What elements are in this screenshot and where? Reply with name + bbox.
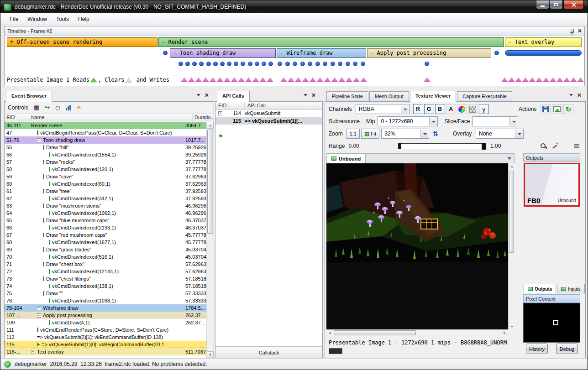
write-marker-icon[interactable] xyxy=(295,77,302,82)
save-texture-button[interactable] xyxy=(541,104,551,114)
scrollbar-thumb[interactable] xyxy=(334,330,416,335)
column-name[interactable]: Name xyxy=(29,114,193,121)
event-row[interactable]: 59Draw "cave"37.62963 xyxy=(5,173,206,180)
write-marker-icon[interactable] xyxy=(195,77,202,82)
event-row[interactable]: 113=> vkQueueSubmit(2)[1]: vkEndCommandB… xyxy=(5,334,206,341)
write-marker-icon[interactable] xyxy=(302,77,309,82)
timeline-bar-post-process[interactable]: - Apply post processing xyxy=(367,48,491,58)
write-marker-icon[interactable] xyxy=(529,77,536,82)
event-row[interactable]: 66vkCmdDrawIndexed(2193,1)46.37037 xyxy=(5,224,206,231)
draw-event-dot[interactable] xyxy=(361,62,365,66)
zoom-level-select[interactable]: 32% xyxy=(381,129,429,139)
collapse-icon[interactable]: - xyxy=(37,138,41,142)
write-marker-icon[interactable] xyxy=(515,77,522,82)
texture-display[interactable]: ▲ ▼ ◄ ► xyxy=(326,163,514,336)
tab-pipeline-state[interactable]: Pipeline State xyxy=(326,91,368,102)
panel-menu-icon[interactable] xyxy=(569,94,573,96)
jump-to-eid-icon[interactable]: ↪ xyxy=(45,104,50,110)
texture-tab-unbound[interactable]: Unbound xyxy=(327,154,366,163)
write-marker-icon[interactable] xyxy=(508,77,515,82)
draw-event-dot[interactable] xyxy=(199,62,204,66)
title-bar[interactable]: debugmarker.rdc - RenderDoc Unofficial r… xyxy=(0,0,588,13)
write-marker-icon[interactable] xyxy=(317,77,324,82)
event-row[interactable]: 60vkCmdDrawIndexed(60,1)37.62963 xyxy=(5,180,206,188)
draw-event-dot[interactable] xyxy=(255,62,259,66)
scrollbar-thumb[interactable] xyxy=(509,171,514,253)
event-row[interactable]: 69Draw "grass blades"45.03704 xyxy=(5,246,206,253)
close-panel-icon[interactable] xyxy=(577,93,581,97)
draw-event-dot[interactable] xyxy=(227,62,231,66)
write-marker-icon[interactable] xyxy=(501,77,508,82)
draw-event-dot[interactable] xyxy=(346,62,350,66)
texture-horizontal-scrollbar[interactable]: ◄ ► xyxy=(326,329,508,336)
autofit-wand-icon[interactable] xyxy=(551,142,559,150)
tab-capture-executable[interactable]: Capture Executable xyxy=(457,91,512,102)
write-marker-icon[interactable] xyxy=(543,77,550,82)
color-wheel-button[interactable] xyxy=(457,104,467,114)
write-marker-icon[interactable] xyxy=(259,77,266,82)
event-row[interactable]: 71Draw "chest box"57.62963 xyxy=(5,261,206,268)
write-marker-icon[interactable] xyxy=(338,77,345,82)
timeline-bar-render-scene[interactable]: - Render scene xyxy=(158,37,504,47)
write-marker-icon[interactable] xyxy=(522,77,529,82)
event-row[interactable]: 73Draw "chest fittings"57.18518 xyxy=(5,275,206,282)
write-marker-icon[interactable] xyxy=(360,77,367,82)
columns-icon[interactable]: ▦ xyxy=(34,104,39,110)
event-row[interactable]: 78-104+Wireframe draw1784.5... xyxy=(5,304,206,312)
scrollbar-thumb[interactable] xyxy=(207,130,213,234)
panel-menu-icon[interactable] xyxy=(304,94,307,96)
range-handle-white[interactable] xyxy=(482,143,486,150)
event-row[interactable]: 51-76-Toon shading draw1017.7... xyxy=(5,136,206,144)
channel-a-button[interactable]: A xyxy=(446,104,456,114)
framebuffer-thumbnail[interactable]: FB0 Unbound xyxy=(524,163,580,207)
write-marker-icon[interactable] xyxy=(238,77,245,82)
event-row[interactable]: 75Draw ""57.33333 xyxy=(5,290,206,297)
close-panel-icon[interactable] xyxy=(205,93,209,97)
event-row[interactable]: 107-...-Apply post processing262.37... xyxy=(5,312,206,319)
close-panel-icon[interactable] xyxy=(311,93,315,97)
expand-icon[interactable]: + xyxy=(218,111,222,115)
draw-event-dot[interactable] xyxy=(262,62,266,66)
tab-inputs[interactable]: Inputs xyxy=(557,284,584,293)
event-row[interactable]: 58vkCmdDrawIndexed(120,1)37.77778 xyxy=(5,166,206,173)
event-row[interactable]: 68vkCmdDrawIndexed(1677,1)45.77778 xyxy=(5,239,206,246)
expand-icon[interactable]: + xyxy=(37,306,41,310)
event-row[interactable]: 116-...+Text overlay511.7037 xyxy=(5,348,206,355)
draw-event-dot[interactable] xyxy=(353,62,357,66)
draw-event-dot[interactable] xyxy=(285,62,290,66)
write-marker-icon[interactable] xyxy=(556,77,563,82)
write-marker-icon[interactable] xyxy=(577,77,584,82)
slice-face-select[interactable] xyxy=(472,116,518,126)
write-marker-icon[interactable] xyxy=(324,77,331,82)
zoom-1to1-button[interactable]: 1:1 xyxy=(346,129,360,139)
scroll-up-icon[interactable]: ▲ xyxy=(207,122,214,129)
tab-texture-viewer[interactable]: Texture Viewer xyxy=(410,91,456,102)
channel-r-button[interactable]: R xyxy=(413,104,423,114)
event-row[interactable]: 115=> vkQueueSubmit(1)[0]: vkBeginComman… xyxy=(5,341,206,348)
draw-event-dot[interactable] xyxy=(293,62,297,66)
tab-event-browser[interactable]: Event Browser xyxy=(6,91,52,102)
event-row[interactable]: 47vkCmdBeginRenderPass(C=Clear, D=Clear,… xyxy=(5,129,206,136)
bookmark-icon[interactable]: ✳ xyxy=(76,104,81,110)
timeline-bar-offscreen[interactable]: + Off-screen scene rendering xyxy=(7,37,158,47)
menu-window[interactable]: Window xyxy=(23,14,52,24)
range-slider[interactable] xyxy=(398,143,486,149)
draw-event-dot[interactable] xyxy=(241,62,245,66)
draw-event-dot[interactable] xyxy=(425,62,429,66)
column-duration[interactable]: Duratio... xyxy=(193,114,214,121)
column-api-call[interactable]: API Call xyxy=(245,102,322,109)
draw-event-dot[interactable] xyxy=(192,62,197,66)
gamma-button[interactable]: γ xyxy=(479,104,489,114)
history-button[interactable]: History xyxy=(526,344,548,354)
event-row[interactable]: 74vkCmdDrawIndexed(138,1)57.18518 xyxy=(5,282,206,290)
write-marker-icon[interactable] xyxy=(181,77,188,82)
channels-select[interactable]: RGBA xyxy=(356,104,410,114)
event-row[interactable]: 67Draw "red mushroom caps"45.77778 xyxy=(5,231,206,239)
event-row[interactable]: 62vkCmdDrawIndexed(342,1)37.92593 xyxy=(5,195,206,202)
draw-event-dot[interactable] xyxy=(331,62,335,66)
expand-icon[interactable]: + xyxy=(31,350,35,354)
channel-b-button[interactable]: B xyxy=(435,104,445,114)
write-marker-icon[interactable] xyxy=(202,77,209,82)
refresh-button[interactable]: ↻ xyxy=(563,104,573,114)
draw-event-dot[interactable] xyxy=(308,62,312,66)
